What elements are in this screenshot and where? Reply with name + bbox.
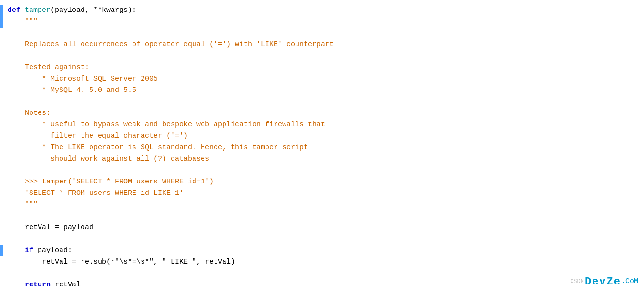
code-token: (payload, **kwargs): [51, 6, 136, 14]
line-indicator [0, 211, 3, 222]
line-indicator [0, 233, 3, 245]
line-indicator [0, 176, 3, 188]
code-token: retVal = re.sub(r"\s*=\s*", " LIKE ", re… [8, 258, 235, 266]
code-line [0, 51, 644, 62]
line-indicator [0, 119, 3, 131]
code-text: Notes: [4, 108, 644, 119]
code-text: * Microsoft SQL Server 2005 [4, 73, 644, 85]
code-text: if payload: [4, 245, 644, 256]
code-token: * Useful to bypass weak and bespoke web … [8, 121, 325, 129]
code-line: Tested against: [0, 62, 644, 73]
code-token: 'SELECT * FROM users WHERE id LIKE 1' [8, 189, 184, 197]
code-container: def tamper(payload, **kwargs): """ Repla… [0, 0, 644, 294]
code-token: return [8, 281, 51, 289]
code-text: should work against all (?) databases [4, 153, 644, 165]
code-token: should work against all (?) databases [8, 155, 209, 163]
line-indicator [0, 188, 3, 199]
code-text: def tamper(payload, **kwargs): [4, 5, 644, 16]
code-line [0, 28, 644, 39]
code-token: * MySQL 4, 5.0 and 5.5 [8, 86, 136, 94]
code-text: >>> tamper('SELECT * FROM users WHERE id… [4, 176, 644, 188]
code-line: Notes: [0, 108, 644, 119]
code-line: """ [0, 199, 644, 211]
line-indicator [0, 28, 3, 39]
code-text: * Useful to bypass weak and bespoke web … [4, 119, 644, 131]
line-indicator [0, 153, 3, 165]
code-line [0, 268, 644, 279]
code-token: * Microsoft SQL Server 2005 [8, 75, 158, 83]
line-indicator [0, 62, 3, 73]
code-token: Replaces all occurrences of operator equ… [8, 41, 334, 49]
line-indicator [0, 51, 3, 62]
line-indicator [0, 131, 3, 142]
code-token: retVal [51, 281, 81, 289]
devze-label: DevZe [585, 274, 621, 290]
code-token: Notes: [8, 109, 51, 117]
code-text: * MySQL 4, 5.0 and 5.5 [4, 85, 644, 96]
line-indicator [0, 245, 3, 256]
code-line [0, 211, 644, 222]
code-token: payload: [33, 246, 72, 254]
code-text: filter the equal character ('=') [4, 131, 644, 142]
code-token: >>> tamper('SELECT * FROM users WHERE id… [8, 178, 214, 186]
line-indicator [0, 222, 3, 233]
code-text: retVal = re.sub(r"\s*=\s*", " LIKE ", re… [4, 256, 644, 268]
code-line: return retVal [0, 279, 644, 291]
csdn-label: CSDN [570, 277, 584, 286]
code-text: Tested against: [4, 62, 644, 73]
code-text: return retVal [4, 279, 644, 291]
code-line [0, 96, 644, 108]
code-line: * Useful to bypass weak and bespoke web … [0, 119, 644, 131]
line-indicator [0, 73, 3, 85]
code-token: def [8, 6, 20, 14]
code-token [20, 6, 25, 14]
code-line: * Microsoft SQL Server 2005 [0, 73, 644, 85]
code-line [0, 233, 644, 245]
code-token: Tested against: [8, 63, 89, 71]
code-token: """ [8, 201, 38, 209]
code-line: retVal = re.sub(r"\s*=\s*", " LIKE ", re… [0, 256, 644, 268]
code-line: should work against all (?) databases [0, 153, 644, 165]
code-line: * MySQL 4, 5.0 and 5.5 [0, 85, 644, 96]
line-indicator [0, 96, 3, 108]
line-indicator [0, 5, 3, 16]
code-text: """ [4, 16, 644, 28]
code-text: 'SELECT * FROM users WHERE id LIKE 1' [4, 188, 644, 199]
line-indicator [0, 85, 3, 96]
line-indicator [0, 165, 3, 176]
code-line: * The LIKE operator is SQL standard. Hen… [0, 142, 644, 153]
code-line [0, 165, 644, 176]
line-indicator [0, 279, 3, 291]
line-indicator [0, 268, 3, 279]
code-line: >>> tamper('SELECT * FROM users WHERE id… [0, 176, 644, 188]
line-indicator [0, 108, 3, 119]
line-indicator [0, 199, 3, 211]
code-text: * The LIKE operator is SQL standard. Hen… [4, 142, 644, 153]
code-text: Replaces all occurrences of operator equ… [4, 39, 644, 51]
line-indicator [0, 256, 3, 268]
line-indicator [0, 142, 3, 153]
code-line: if payload: [0, 245, 644, 256]
code-token: retVal = payload [8, 223, 93, 232]
com-label: .CoM [621, 276, 638, 287]
line-indicator [0, 39, 3, 51]
code-text: """ [4, 199, 644, 211]
code-token: """ [8, 18, 38, 26]
code-line: filter the equal character ('=') [0, 131, 644, 142]
code-line: """ [0, 16, 644, 28]
line-indicator [0, 16, 3, 28]
code-token: * The LIKE operator is SQL standard. Hen… [8, 143, 308, 152]
watermark-overlay: CSDN DevZe .CoM [570, 274, 638, 290]
code-line: def tamper(payload, **kwargs): [0, 5, 644, 16]
code-line: Replaces all occurrences of operator equ… [0, 39, 644, 51]
code-token: filter the equal character ('=') [8, 132, 188, 140]
code-token: tamper [25, 6, 51, 14]
code-line: retVal = payload [0, 222, 644, 233]
code-line: 'SELECT * FROM users WHERE id LIKE 1' [0, 188, 644, 199]
code-text: retVal = payload [4, 222, 644, 233]
code-token: if [8, 246, 33, 254]
